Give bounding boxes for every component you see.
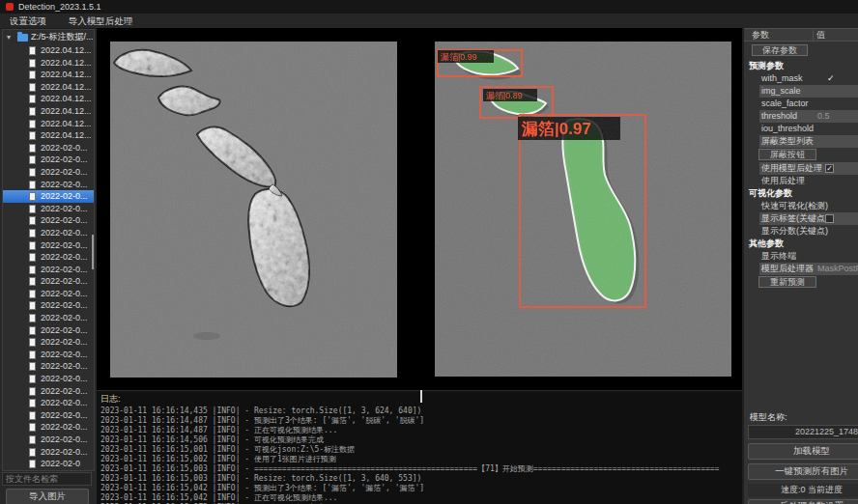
param-row[interactable]: img_scale	[744, 85, 858, 98]
file-name: 2022.04.12...	[41, 81, 92, 94]
log-line: 2023-01-11 16:16:14,487 |INFO| - 预测出了3个结…	[97, 416, 742, 426]
file-tree-item[interactable]: 2022-02-0...	[3, 385, 94, 398]
param-row[interactable]: 显示标签(关键点)	[744, 212, 858, 225]
file-tree-item[interactable]: 2022-02-0...	[3, 360, 94, 373]
file-tree-item[interactable]: 2022.04.12...	[3, 69, 94, 81]
param-group-header[interactable]: 可视化参数	[744, 187, 858, 200]
file-tree-item[interactable]: 2022-02-0...	[3, 434, 94, 446]
file-icon	[29, 326, 36, 335]
file-tree-item[interactable]: 2022-02-0...	[3, 421, 94, 434]
param-action-button[interactable]: 重新预测	[758, 276, 816, 288]
param-value[interactable]: 0.5	[817, 110, 830, 123]
checkbox[interactable]: ✓	[825, 164, 834, 173]
file-icon	[29, 399, 36, 407]
file-icon	[29, 107, 36, 116]
caret-down-icon[interactable]: ▾	[7, 30, 11, 44]
checkbox[interactable]	[825, 214, 834, 223]
file-name: 2022-02-0...	[41, 312, 88, 324]
param-value[interactable]: MaskPostPro	[817, 263, 858, 275]
scrollbar-thumb[interactable]	[420, 390, 422, 403]
file-icon	[29, 448, 36, 457]
file-icon	[29, 144, 36, 153]
checkmark-icon[interactable]: ✓	[827, 72, 835, 85]
param-row[interactable]: with_mask✓	[744, 72, 858, 85]
import-images-button[interactable]: 导入图片	[6, 489, 89, 504]
param-row[interactable]: threshold0.5	[744, 110, 858, 123]
right-image-canvas[interactable]: 漏箔|0.99 漏箔|0.89 漏箔|0.97	[435, 42, 731, 377]
param-row[interactable]: 使用模型后处理✓	[744, 162, 858, 175]
param-row[interactable]: scale_factor	[744, 98, 858, 110]
file-tree-item[interactable]: 2022-02-0...	[3, 288, 94, 300]
param-action-button[interactable]: 屏蔽按钮	[758, 149, 816, 160]
param-group-header[interactable]: 其他参数	[744, 238, 858, 250]
param-row[interactable]: 使用后处理	[744, 175, 858, 187]
load-model-button[interactable]: 加载模型	[748, 443, 858, 460]
log-title: 日志:	[97, 391, 742, 406]
param-row[interactable]: 模型后处理器MaskPostPro	[744, 263, 858, 275]
log-line: 2023-01-11 16:16:14,487 |INFO| - 正在可视化预测…	[97, 426, 742, 435]
file-icon	[29, 350, 36, 359]
file-tree-item[interactable]: 2022-02-0...	[3, 336, 94, 349]
file-tree-item[interactable]: 2022-02-0...	[3, 227, 94, 239]
file-tree-item[interactable]: 2022-02-0...	[3, 251, 94, 264]
file-tree-item[interactable]: 2022-02-0...	[3, 349, 94, 361]
save-params-button[interactable]: 保存参数	[752, 44, 808, 56]
file-tree-item[interactable]: 2022.04.12...	[3, 129, 94, 142]
model-name-label: 模型名称:	[750, 411, 787, 424]
model-name-field[interactable]: 20221225_174813	[748, 425, 858, 439]
column-divider	[813, 30, 814, 41]
file-tree-item[interactable]: 2022-02-0...	[3, 142, 94, 154]
file-tree-item[interactable]: 2022-02-0...	[3, 203, 94, 215]
menu-settings[interactable]: 设置选项	[0, 14, 56, 29]
file-tree-item[interactable]: 2022.04.12...	[3, 105, 94, 118]
param-label: 使用后处理	[761, 176, 805, 185]
file-tree-item[interactable]: 2022.04.12...	[3, 118, 94, 130]
file-tree-item[interactable]: 2022.04.12...	[3, 44, 94, 57]
param-row[interactable]: 快速可视化(检测)	[744, 200, 858, 212]
file-tree-item[interactable]: 2022.04.12...	[3, 57, 94, 70]
param-group-header[interactable]: 预测参数	[744, 60, 858, 72]
file-tree-item[interactable]: 2022-02-0...	[3, 312, 94, 324]
file-icon	[29, 411, 36, 420]
file-name: 2022-02-0...	[41, 288, 88, 300]
file-tree-item[interactable]: 2022-02-0...	[3, 373, 94, 385]
param-row[interactable]: 屏蔽类型列表	[744, 135, 858, 148]
file-icon	[29, 59, 36, 68]
file-tree-item[interactable]: 2022-02-0...	[3, 397, 94, 409]
postprocess-params-button[interactable]: 后处理参数设置	[748, 499, 858, 504]
search-input[interactable]	[2, 472, 92, 486]
predict-all-button[interactable]: 一键预测所有图片	[748, 463, 858, 480]
file-tree-item[interactable]: 2022.04.12...	[3, 93, 94, 105]
file-tree-item[interactable]: 2022-02-0...	[3, 324, 94, 337]
param-button-row: 重新预测	[744, 275, 858, 290]
file-tree-item[interactable]: 2022-02-0...	[3, 179, 94, 191]
splitter-handle-left[interactable]	[92, 235, 94, 269]
param-row[interactable]: 显示终端	[744, 250, 858, 263]
file-tree-item[interactable]: 2022-02-0...	[3, 299, 94, 312]
file-tree-item[interactable]: 2022-02-0	[3, 458, 94, 470]
app-logo-icon	[6, 3, 14, 11]
file-tree-panel: ▾ Z:/5-标注数据/... 2022.04.12...2022.04.12.…	[2, 29, 95, 471]
file-name: 2022-02-0...	[41, 190, 88, 203]
file-name: 2022-02-0...	[41, 264, 88, 276]
menu-import-model-postprocess[interactable]: 导入模型后处理	[59, 14, 143, 29]
left-image-canvas[interactable]	[110, 42, 397, 378]
file-tree-item[interactable]: 2022-02-0...	[3, 264, 94, 276]
file-tree-item[interactable]: 2022.04.12...	[3, 81, 94, 94]
file-tree-item[interactable]: 2022-02-0...	[3, 446, 94, 459]
tree-root-folder[interactable]: ▾ Z:/5-标注数据/...	[3, 30, 94, 44]
param-label: 使用模型后处理	[761, 163, 822, 173]
file-tree-item[interactable]: 2022-02-0...	[3, 190, 94, 203]
file-icon	[29, 375, 36, 383]
param-label: 快速可视化(检测)	[761, 201, 828, 210]
file-tree-item[interactable]: 2022-02-0...	[3, 166, 94, 179]
param-row[interactable]: iou_threshold	[744, 123, 858, 135]
param-row[interactable]: 显示分数(关键点)	[744, 225, 858, 238]
file-tree-item[interactable]: 2022-02-0...	[3, 409, 94, 422]
file-tree-item[interactable]: 2022-02-0...	[3, 214, 94, 227]
file-tree-item[interactable]: 2022-02-0...	[3, 154, 94, 166]
log-line: 2023-01-11 16:16:14,435 |INFO| - Resize:…	[97, 406, 742, 416]
file-tree-item[interactable]: 2022-02-0...	[3, 275, 94, 288]
file-name: 2022-02-0...	[41, 434, 88, 446]
file-tree-item[interactable]: 2022-02-0...	[3, 239, 94, 252]
